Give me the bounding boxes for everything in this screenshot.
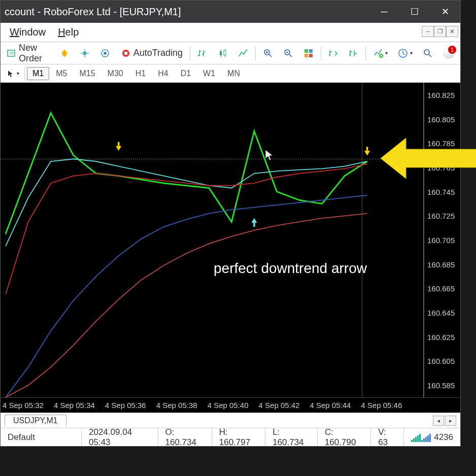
cursor-tool-icon[interactable]: ▾ — [4, 69, 22, 79]
timeframe-m30[interactable]: M30 — [102, 67, 129, 80]
chart-tab-label: USDJPY,M1 — [13, 416, 58, 425]
tab-scroll-controls: ◂ ▸ — [433, 416, 456, 426]
tile-windows-icon[interactable] — [299, 46, 318, 60]
y-tick: 160.825 — [427, 90, 455, 99]
timeframe-h1[interactable]: H1 — [130, 67, 151, 80]
autotrading-label: AutoTrading — [133, 48, 183, 58]
status-datetime: 2024.09.04 05:43 — [82, 428, 158, 446]
window-controls: ─ ☐ ✕ — [369, 1, 460, 23]
y-tick: 160.705 — [427, 236, 455, 245]
status-close: C: 160.790 — [318, 428, 371, 446]
x-tick: 4 Sep 05:38 — [156, 401, 197, 410]
svg-rect-11 — [309, 49, 313, 53]
expert-advisors-icon[interactable] — [76, 46, 94, 60]
mdi-close-button[interactable]: ✕ — [446, 26, 458, 37]
chart-plot-area[interactable]: perfect downtrend arrow — [1, 83, 424, 397]
status-profile[interactable]: Default — [1, 428, 82, 446]
candlestick-chart-icon[interactable] — [214, 46, 232, 60]
statusbar: Default 2024.09.04 05:43 O: 160.734 H: 1… — [1, 428, 460, 446]
svg-rect-7 — [224, 50, 226, 55]
x-tick: 4 Sep 05:46 — [361, 401, 402, 410]
svg-rect-13 — [309, 54, 313, 57]
timeframe-toolbar: ▾ M1M5M15M30H1H4D1W1MN — [1, 64, 460, 83]
svg-point-3 — [104, 52, 107, 55]
maximize-button[interactable]: ☐ — [399, 1, 430, 23]
timeframe-mn[interactable]: MN — [222, 67, 246, 80]
indicators-icon[interactable]: ▾ — [369, 46, 392, 60]
svg-point-16 — [424, 50, 429, 55]
svg-rect-5 — [124, 52, 127, 55]
status-high: H: 160.797 — [212, 428, 265, 446]
new-order-button[interactable]: New Order — [3, 41, 53, 66]
bar-chart-icon[interactable] — [193, 46, 212, 60]
chart-tab[interactable]: USDJPY,M1 — [5, 415, 66, 426]
line-chart-icon[interactable] — [234, 46, 252, 60]
periodicity-icon[interactable]: ▾ — [394, 46, 417, 60]
x-tick: 4 Sep 05:40 — [208, 401, 249, 410]
mdi-minimize-button[interactable]: – — [422, 26, 434, 37]
x-tick: 4 Sep 05:42 — [259, 401, 300, 410]
toolbar-separator — [190, 46, 190, 60]
tab-scroll-left-button[interactable]: ◂ — [433, 416, 444, 426]
autotrading-button[interactable]: AutoTrading — [116, 46, 187, 61]
menu-help[interactable]: Help — [52, 24, 85, 40]
chart-annotation: perfect downtrend arrow — [214, 260, 367, 277]
toolbar-separator — [365, 46, 366, 60]
status-volume: V: 63 — [371, 428, 404, 446]
toolbar-separator — [255, 46, 256, 60]
x-tick: 4 Sep 05:34 — [54, 401, 95, 410]
autotrading-icon — [120, 48, 131, 59]
chart-tabs: USDJPY,M1 ◂ ▸ — [1, 413, 460, 428]
connection-bars-icon — [411, 433, 431, 442]
timeframe-d1[interactable]: D1 — [175, 67, 196, 80]
timeframe-m15[interactable]: M15 — [74, 67, 100, 80]
timeframe-h4[interactable]: H4 — [152, 67, 174, 80]
signals-icon[interactable] — [96, 46, 114, 60]
new-order-label: New Order — [19, 43, 49, 64]
chart-container[interactable]: perfect downtrend arrow 160.585160.60516… — [1, 83, 460, 397]
minimize-button[interactable]: ─ — [369, 1, 399, 23]
metaquotes-icon[interactable] — [55, 46, 74, 60]
zoom-out-icon[interactable] — [279, 46, 297, 60]
shift-chart-icon[interactable] — [324, 46, 342, 60]
timeframe-w1[interactable]: W1 — [197, 67, 221, 80]
status-low: L: 160.734 — [265, 428, 318, 446]
tab-scroll-right-button[interactable]: ▸ — [445, 416, 456, 426]
status-connection[interactable]: 4236 — [404, 428, 460, 446]
svg-point-1 — [83, 51, 87, 55]
templates-icon[interactable] — [419, 46, 437, 60]
mouse-cursor-icon — [264, 149, 275, 165]
auto-scroll-icon[interactable] — [344, 46, 362, 60]
svg-rect-0 — [8, 50, 15, 56]
app-window: ccount - RoboForex Ltd - [EURJPY,M1] ─ ☐… — [0, 0, 461, 447]
y-tick: 160.805 — [427, 115, 455, 123]
y-tick: 160.725 — [427, 212, 455, 220]
zoom-in-icon[interactable] — [259, 46, 277, 60]
y-tick: 160.645 — [427, 309, 455, 317]
highlight-arrow-icon — [381, 138, 476, 179]
close-button[interactable]: ✕ — [430, 1, 460, 23]
toolbar-separator — [24, 66, 25, 81]
timeframe-m5[interactable]: M5 — [50, 67, 73, 80]
y-tick: 160.685 — [427, 260, 455, 268]
notifications-icon[interactable] — [439, 46, 458, 61]
x-tick: 4 Sep 05:32 — [3, 401, 44, 410]
y-tick: 160.585 — [427, 381, 455, 390]
y-tick: 160.665 — [427, 284, 455, 293]
svg-rect-6 — [220, 51, 222, 55]
y-tick: 160.605 — [427, 357, 455, 365]
timeframe-m1[interactable]: M1 — [27, 67, 49, 80]
menubar: Window Help – ❐ ✕ — [1, 23, 460, 42]
menu-window[interactable]: Window — [4, 24, 52, 40]
mdi-restore-button[interactable]: ❐ — [434, 26, 446, 37]
price-axis: 160.585160.605160.625160.645160.665160.6… — [424, 83, 460, 397]
x-tick: 4 Sep 05:44 — [310, 401, 351, 410]
y-tick: 160.745 — [427, 187, 455, 196]
connection-value: 4236 — [434, 432, 453, 443]
mdi-controls: – ❐ ✕ — [422, 26, 458, 37]
x-tick: 4 Sep 05:36 — [105, 401, 146, 410]
y-tick: 160.625 — [427, 332, 455, 341]
svg-rect-12 — [304, 54, 308, 57]
new-order-icon — [7, 48, 17, 59]
toolbar-separator — [321, 46, 321, 60]
